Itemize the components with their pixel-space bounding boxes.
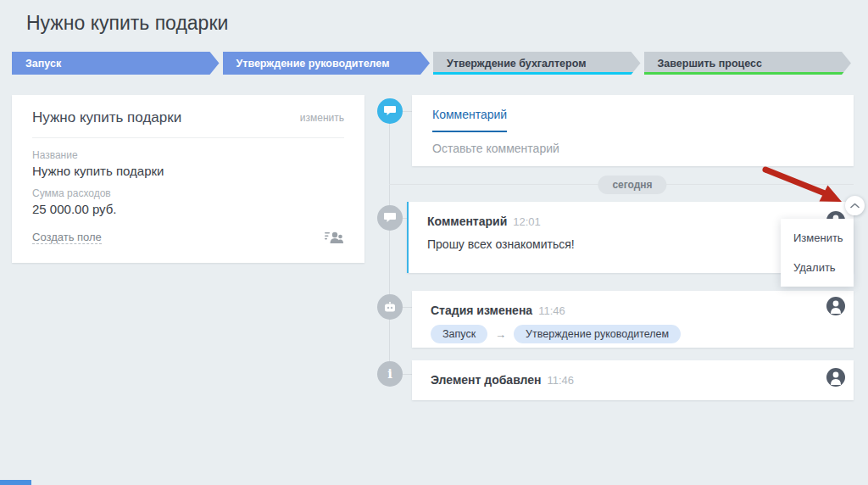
menu-item-edit[interactable]: Изменить xyxy=(781,223,854,253)
stage-utverzhdenie-rukovoditelem[interactable]: Утверждение руководителем xyxy=(223,52,431,75)
person-avatar-icon xyxy=(826,368,845,387)
stage-utverzhdenie-buhgalterom[interactable]: Утверждение бухгалтером xyxy=(433,52,641,75)
stage-zapusk[interactable]: Запуск xyxy=(12,52,220,75)
comment-bubble-icon xyxy=(377,98,403,124)
create-field-link[interactable]: Создать поле xyxy=(32,231,102,244)
details-card-title: Нужно купить подарки xyxy=(32,109,181,126)
chevron-up-icon[interactable] xyxy=(845,196,865,215)
stage-label: Завершить процесс xyxy=(658,58,762,70)
bottom-scroll-indicator xyxy=(0,480,31,485)
connector xyxy=(403,111,412,112)
tab-comment[interactable]: Комментарий xyxy=(432,108,507,132)
entry-time: 12:01 xyxy=(513,215,541,228)
stage-from-pill: Запуск xyxy=(431,325,487,343)
edit-link[interactable]: изменить xyxy=(300,112,344,124)
field-value: 25 000.00 руб. xyxy=(32,202,344,216)
stage-bar: Запуск Утверждение руководителем Утвержд… xyxy=(12,52,851,75)
entry-context-menu: Изменить Удалить xyxy=(781,219,854,287)
timeline-rail xyxy=(389,111,390,374)
person-avatar-icon xyxy=(826,297,845,315)
page-title: Нужно купить подарки xyxy=(26,12,228,35)
entry-title: Комментарий xyxy=(427,215,507,228)
participants-icon[interactable] xyxy=(325,231,344,244)
date-badge: сегодня xyxy=(598,176,666,194)
entry-time: 11:46 xyxy=(538,304,565,317)
connector xyxy=(403,374,412,375)
menu-item-delete[interactable]: Удалить xyxy=(781,253,854,282)
stage-label: Запуск xyxy=(25,58,61,70)
details-card: Нужно купить подарки изменить Название Н… xyxy=(12,95,364,263)
stage-edge-green xyxy=(644,72,852,75)
robot-icon xyxy=(377,294,403,320)
stage-edge-cyan xyxy=(433,72,641,75)
timeline-entry-stage-change: Стадия изменена 11:46 Запуск → Утвержден… xyxy=(412,291,854,348)
entry-title: Элемент добавлен xyxy=(431,373,542,387)
field-value: Нужно купить подарки xyxy=(32,164,344,178)
info-icon: i xyxy=(377,361,403,387)
process-detail-page: Нужно купить подарки Запуск Утверждение … xyxy=(0,0,868,485)
stage-to-pill: Утверждение руководителем xyxy=(514,325,681,343)
field-label: Сумма расходов xyxy=(32,187,344,199)
comment-composer-card: Комментарий Оставьте комментарий xyxy=(412,95,854,166)
comment-text: Прошу всех ознакомиться! xyxy=(427,237,835,251)
entry-title: Стадия изменена xyxy=(431,304,532,317)
field-name: Название Нужно купить подарки xyxy=(32,149,344,178)
stage-label: Утверждение бухгалтером xyxy=(447,58,586,70)
timeline-entry-element-added: Элемент добавлен 11:46 xyxy=(412,360,854,400)
field-label: Название xyxy=(32,149,344,161)
stage-label: Утверждение руководителем xyxy=(236,58,390,70)
comment-input[interactable]: Оставьте комментарий xyxy=(412,132,854,155)
field-amount: Сумма расходов 25 000.00 руб. xyxy=(32,187,344,216)
entry-time: 11:46 xyxy=(548,374,575,387)
stage-zavershit-process[interactable]: Завершить процесс xyxy=(644,52,852,75)
arrow-right-icon: → xyxy=(495,328,506,341)
comment-bubble-icon xyxy=(377,205,403,231)
connector xyxy=(403,307,412,308)
